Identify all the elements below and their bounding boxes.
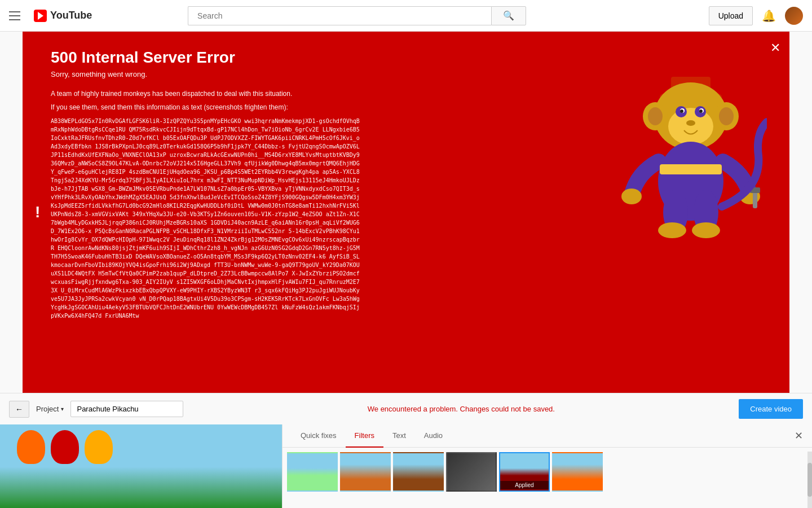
notification-icon[interactable]: 🔔: [762, 9, 776, 23]
project-caret-icon: ▾: [61, 406, 64, 412]
error-code: AB38WEPLdGO5x7In0RvDGAfLGFSK6liR-3IzQPZQ…: [51, 117, 361, 320]
svg-point-5: [648, 107, 663, 125]
close-panel-icon[interactable]: ✕: [795, 430, 803, 442]
svg-point-23: [692, 222, 720, 238]
filter-thumbnail[interactable]: [393, 452, 444, 492]
hamburger-menu-icon[interactable]: [9, 11, 20, 20]
scrollbar-thumb[interactable]: [807, 463, 812, 497]
svg-rect-24: [660, 164, 722, 174]
video-preview: [0, 424, 282, 508]
search-button[interactable]: 🔍: [491, 6, 526, 25]
monkey-illustration: [609, 43, 767, 240]
youtube-logo[interactable]: YouTube: [34, 10, 92, 22]
right-panel: Quick fixes Filters Text Audio ✕ Applied: [282, 424, 812, 508]
filter-grid: Applied: [283, 448, 812, 496]
svg-point-12: [680, 110, 683, 113]
edit-area: Quick fixes Filters Text Audio ✕ Applied: [0, 424, 812, 508]
exclamation-icon: !: [30, 201, 45, 224]
filter-thumbnail[interactable]: [552, 452, 603, 492]
create-video-button[interactable]: Create video: [739, 399, 803, 419]
panel-tabs: Quick fixes Filters Text Audio ✕: [283, 424, 812, 448]
tab-filters[interactable]: Filters: [346, 424, 383, 448]
search-input[interactable]: [188, 6, 491, 25]
logo-text: YouTube: [50, 10, 92, 21]
avatar[interactable]: [785, 7, 803, 25]
project-label: Project: [36, 405, 59, 413]
svg-point-14: [686, 120, 695, 126]
back-button[interactable]: ←: [9, 401, 29, 418]
filter-thumbnail[interactable]: [287, 452, 338, 492]
search-bar: 🔍: [188, 6, 526, 25]
close-error-icon[interactable]: ✕: [770, 41, 780, 55]
filter-thumbnail[interactable]: [340, 452, 391, 492]
tab-text[interactable]: Text: [383, 424, 415, 448]
svg-point-22: [658, 222, 686, 238]
tab-quick-fixes[interactable]: Quick fixes: [292, 424, 346, 448]
svg-point-16: [621, 189, 642, 204]
save-error-message: We encountered a problem. Changes could …: [190, 405, 732, 413]
project-name-input[interactable]: [70, 401, 183, 417]
bottom-bar: ← Project ▾ We encountered a problem. Ch…: [0, 393, 812, 424]
svg-point-13: [699, 110, 703, 113]
upload-button[interactable]: Upload: [709, 6, 753, 25]
tab-audio[interactable]: Audio: [415, 424, 452, 448]
svg-point-7: [668, 108, 713, 145]
filter-thumbnail[interactable]: Applied: [499, 452, 550, 492]
scrollbar[interactable]: [807, 452, 812, 508]
header: YouTube 🔍 Upload 🔔: [0, 0, 812, 32]
search-icon: 🔍: [503, 10, 514, 21]
error-area: ! ✕ 500 Internal Server Error Sorry, som…: [23, 32, 789, 393]
project-selector[interactable]: Project ▾: [36, 405, 64, 413]
filter-thumbnail[interactable]: [446, 452, 497, 492]
svg-point-6: [719, 107, 734, 125]
header-right: Upload 🔔: [709, 6, 803, 25]
